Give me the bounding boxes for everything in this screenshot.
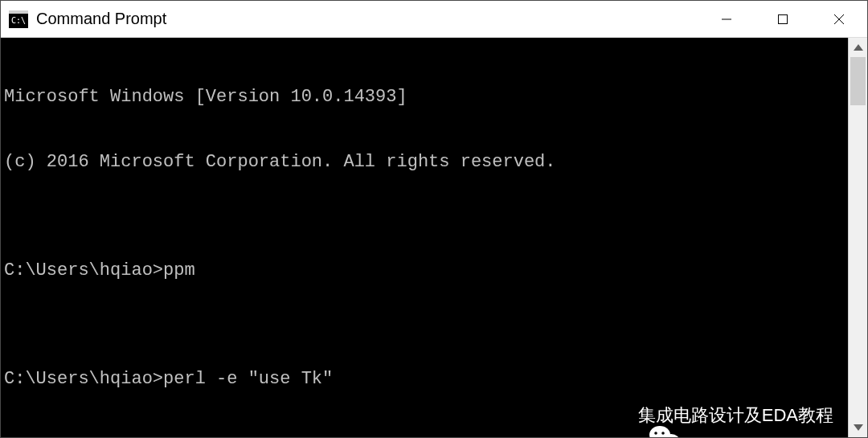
wechat-icon [600,402,632,428]
svg-text:C:\: C:\ [11,16,26,25]
content-area: Microsoft Windows [Version 10.0.14393] (… [1,38,867,437]
maximize-icon [777,14,788,25]
titlebar: C:\ Command Prompt [1,1,867,38]
command-prompt-window: C:\ Command Prompt [0,0,868,438]
cmd-icon: C:\ [9,10,28,28]
scroll-up-button[interactable] [849,38,867,57]
maximize-button[interactable] [755,1,811,37]
window-controls [698,1,867,37]
scroll-down-button[interactable] [849,418,867,437]
svg-point-9 [661,432,665,435]
svg-marker-13 [854,44,863,51]
svg-point-8 [654,432,657,435]
svg-point-7 [649,426,670,437]
scroll-thumb[interactable] [850,57,866,105]
minimize-icon [721,14,732,25]
terminal-output[interactable]: Microsoft Windows [Version 10.0.14393] (… [1,38,848,437]
window-title: Command Prompt [36,10,698,28]
terminal-line: Microsoft Windows [Version 10.0.14393] [4,86,848,108]
scroll-track[interactable] [849,57,867,418]
watermark-text: 集成电路设计及EDA教程 [638,404,833,426]
terminal-line: C:\Users\hqiao>ppm [4,260,848,281]
svg-rect-4 [779,14,788,23]
close-button[interactable] [811,1,867,37]
vertical-scrollbar[interactable] [848,38,867,437]
minimize-button[interactable] [698,1,755,37]
svg-marker-14 [854,424,863,431]
watermark: 集成电路设计及EDA教程 [600,402,833,428]
terminal-line: (c) 2016 Microsoft Corporation. All righ… [4,151,848,173]
chevron-up-icon [854,44,863,51]
terminal-line: C:\Users\hqiao>perl -e "use Tk" [4,368,848,390]
chevron-down-icon [854,424,863,431]
svg-point-10 [662,434,680,437]
close-icon [833,14,845,25]
svg-rect-1 [9,10,28,14]
